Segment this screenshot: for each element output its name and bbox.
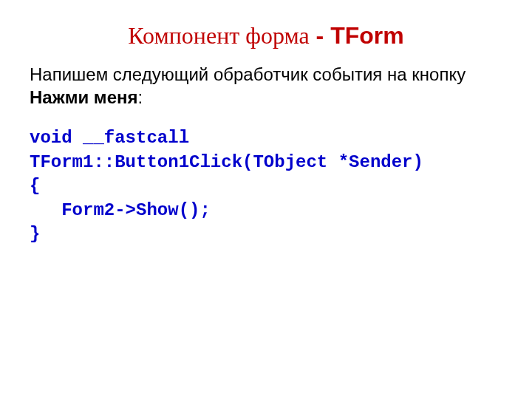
slide-container: Компонент форма - TForm Напишем следующи… xyxy=(0,0,532,261)
intro-paragraph: Напишем следующий обработчик события на … xyxy=(30,63,502,109)
code-block: void __fastcall TForm1::Button1Click(TOb… xyxy=(30,126,502,246)
intro-button-name: Нажми меня xyxy=(30,87,137,107)
title-dash: - xyxy=(310,22,330,49)
intro-text: Напишем следующий обработчик события на … xyxy=(30,64,466,84)
slide-title: Компонент форма - TForm xyxy=(30,22,502,50)
intro-colon: : xyxy=(137,87,143,107)
title-text-serif: Компонент форма xyxy=(128,22,309,49)
code-line-3: { xyxy=(30,176,40,196)
code-line-2: TForm1::Button1Click(TObject *Sender) xyxy=(30,152,423,172)
code-line-1: void __fastcall xyxy=(30,128,189,148)
code-line-4: Form2->Show(); xyxy=(30,200,211,220)
title-classname: TForm xyxy=(330,22,404,49)
code-line-5: } xyxy=(30,224,40,244)
